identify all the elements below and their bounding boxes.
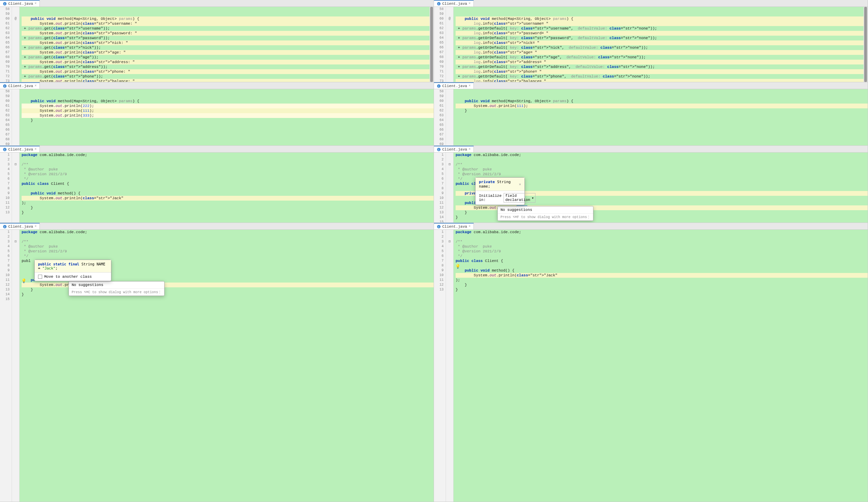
introduce-field-popup[interactable]: private String name; × Initialize in: fi… xyxy=(475,177,525,205)
editor-tab[interactable]: C Client.java × xyxy=(434,223,474,229)
close-icon[interactable]: × xyxy=(469,84,471,88)
tab-label: Client.java xyxy=(8,147,33,152)
tab-label: Client.java xyxy=(8,2,33,6)
tab-label: Client.java xyxy=(442,225,467,229)
close-icon[interactable]: × xyxy=(469,147,471,151)
init-value: field declaration xyxy=(505,194,530,202)
close-icon[interactable]: × xyxy=(35,2,37,6)
pane-third-right: C Client.java × 123456789101112131415 ⊟ … xyxy=(434,146,868,223)
tab-bar: C Client.java × xyxy=(434,0,868,7)
line-gutter: 123456789101112131415 xyxy=(434,153,446,223)
more-menu-icon[interactable]: ⋮ xyxy=(158,290,162,294)
code-area[interactable]: public void method(Map<String, Object> p… xyxy=(20,89,434,145)
code-area[interactable]: public void method(Map<String, Object> p… xyxy=(454,89,868,145)
code-area[interactable]: package com.alibaba.ide.code;/** * @auth… xyxy=(454,230,868,502)
popup-code: private String name; xyxy=(479,180,519,188)
line-gutter: 585960616263646566676869707172 xyxy=(434,89,446,145)
pane-mid-right: C Client.java × 585960616263646566676869… xyxy=(434,82,868,146)
intention-bulb-icon[interactable]: 💡 xyxy=(21,278,27,284)
tab-bar: C Client.java × xyxy=(0,223,434,230)
pane-bottom-right: C Client.java × 12345678910111213 ⊟ pack… xyxy=(434,223,868,502)
editor-tab[interactable]: C Client.java × xyxy=(0,146,40,152)
line-gutter: 123456789101112131415 xyxy=(0,230,12,502)
init-dropdown[interactable]: field declaration ▾ xyxy=(504,193,536,203)
editor-tab[interactable]: C Client.java × xyxy=(434,146,474,152)
pane-top-left: C Client.java × 585960616263646566676869… xyxy=(0,0,434,82)
editor[interactable]: 12345678910111213 ⊟ package com.alibaba.… xyxy=(434,230,868,502)
no-suggestions-label: No suggestions xyxy=(498,206,593,213)
suggestion-hint: Press ⌥⌘C to show dialog with more optio… xyxy=(72,290,158,294)
editor[interactable]: 12345678910111213 ⊟ package com.alibaba.… xyxy=(0,153,434,223)
close-icon[interactable]: × xyxy=(35,84,37,88)
java-file-icon: C xyxy=(437,147,441,152)
tab-bar: C Client.java × xyxy=(0,0,434,7)
line-gutter: 12345678910111213 xyxy=(434,230,446,502)
editor[interactable]: 58596061626364656667686970717273747576 @… xyxy=(0,7,434,82)
editor-tab[interactable]: C Client.java × xyxy=(0,82,40,89)
close-icon[interactable]: × xyxy=(35,225,37,228)
svg-text:C: C xyxy=(4,85,6,88)
tab-label: Client.java xyxy=(442,147,467,152)
pane-bottom-left: C Client.java × 123456789101112131415 ⊟ … xyxy=(0,223,434,502)
tab-bar: C Client.java × xyxy=(434,82,868,89)
pane-mid-left: C Client.java × 585960616263646566676869… xyxy=(0,82,434,146)
no-suggestions-label: No suggestions xyxy=(69,281,164,288)
editor[interactable]: 585960616263646566676869707172 public vo… xyxy=(434,89,868,145)
editor-tab[interactable]: C Client.java × xyxy=(0,0,40,7)
marker-column: ⊟ xyxy=(12,230,20,502)
move-label: Move to another class xyxy=(44,275,92,279)
code-area[interactable]: package com.alibaba.ide.code;/** * @auth… xyxy=(20,153,434,223)
vertical-scrollbar[interactable] xyxy=(864,7,868,82)
marker-column: @ xyxy=(446,7,454,82)
marker-column: ⊟ xyxy=(12,153,20,223)
more-menu-icon[interactable]: ⋮ xyxy=(587,215,590,219)
tab-bar: C Client.java × xyxy=(434,146,868,153)
editor-tab[interactable]: C Client.java × xyxy=(0,223,40,229)
suggestion-hint: Press ⌥⌘F to show dialog with more optio… xyxy=(500,215,587,219)
marker-column: @ xyxy=(12,7,20,82)
tab-label: Client.java xyxy=(8,84,33,88)
tab-label: Client.java xyxy=(442,84,467,88)
marker-column: ⊟ xyxy=(446,230,454,502)
line-gutter: 58596061626364656667686970717273747576 xyxy=(0,7,12,82)
editor[interactable]: 585960616263646566676869707172 public vo… xyxy=(0,89,434,145)
java-file-icon: C xyxy=(3,2,7,6)
svg-text:C: C xyxy=(438,148,440,151)
completion-popup[interactable]: No suggestions Press ⌥⌘C to show dialog … xyxy=(69,281,165,296)
svg-text:C: C xyxy=(438,85,440,88)
code-area[interactable]: public void method(Map<String, Object> p… xyxy=(20,7,434,82)
svg-text:C: C xyxy=(438,2,440,6)
java-file-icon: C xyxy=(3,147,7,152)
close-icon[interactable]: × xyxy=(35,147,37,151)
pane-top-right: C Client.java × 585960616263646566676869… xyxy=(434,0,868,82)
completion-popup[interactable]: No suggestions Press ⌥⌘F to show dialog … xyxy=(497,206,593,221)
tab-bar: C Client.java × xyxy=(0,146,434,153)
java-file-icon: C xyxy=(437,84,441,88)
editor[interactable]: 123456789101112131415 ⊟ package com.alib… xyxy=(434,153,868,223)
svg-text:C: C xyxy=(4,225,6,228)
close-icon[interactable]: × xyxy=(469,225,471,228)
editor[interactable]: 58596061626364656667686970717273747576 @… xyxy=(434,7,868,82)
popup-code: public static final String NAME = "Jack"… xyxy=(38,262,108,270)
intention-bulb-icon[interactable]: 💡 xyxy=(455,264,461,269)
introduce-constant-popup[interactable]: public static final String NAME = "Jack"… xyxy=(34,259,111,281)
close-icon[interactable]: × xyxy=(519,182,521,186)
line-gutter: 12345678910111213 xyxy=(0,153,12,223)
svg-text:C: C xyxy=(438,225,440,228)
java-file-icon: C xyxy=(437,225,441,229)
editor-tab[interactable]: C Client.java × xyxy=(434,82,474,89)
close-icon[interactable]: × xyxy=(469,2,471,6)
editor-tab[interactable]: C Client.java × xyxy=(434,0,474,7)
chevron-down-icon: ▾ xyxy=(532,196,534,200)
marker-column xyxy=(446,89,454,145)
marker-column xyxy=(12,89,20,145)
code-area[interactable]: public void method(Map<String, Object> p… xyxy=(454,7,868,82)
svg-text:C: C xyxy=(4,2,6,6)
editor[interactable]: 123456789101112131415 ⊟ package com.alib… xyxy=(0,230,434,502)
vertical-scrollbar[interactable] xyxy=(430,7,434,82)
line-gutter: 58596061626364656667686970717273747576 xyxy=(434,7,446,82)
svg-text:C: C xyxy=(4,148,6,151)
move-checkbox[interactable] xyxy=(38,275,42,279)
tab-bar: C Client.java × xyxy=(0,82,434,89)
tab-label: Client.java xyxy=(8,225,33,229)
